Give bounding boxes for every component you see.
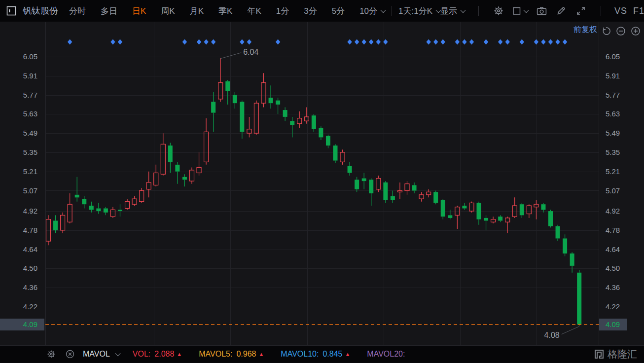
chevron-down-icon: [523, 7, 529, 13]
mavol20-legend: MAVOL20:: [367, 350, 409, 359]
event-diamond-icon[interactable]: [505, 39, 510, 45]
event-diamond-icon[interactable]: [276, 39, 280, 45]
event-diamond-icon[interactable]: [563, 39, 567, 45]
zoom-out-icon[interactable]: [615, 26, 626, 36]
event-diamond-icon[interactable]: [68, 39, 72, 45]
chevron-down-icon: [460, 7, 465, 13]
candle-up: [297, 118, 302, 124]
indicator-settings-gear-icon[interactable]: [45, 348, 57, 360]
y-axis-label-right: 5.07: [606, 186, 620, 196]
candle-down: [118, 210, 122, 211]
compound-period-selector[interactable]: 1天:1分K: [398, 5, 440, 17]
candle-down: [333, 145, 338, 160]
draw-pencil-icon[interactable]: [555, 4, 568, 17]
candle-down: [348, 166, 352, 173]
event-diamond-icon[interactable]: [469, 39, 474, 45]
event-diamond-icon[interactable]: [541, 39, 545, 45]
candle-up: [261, 83, 266, 104]
mavol20-label: MAVOL20:: [367, 350, 405, 359]
tab-日K[interactable]: 日K: [132, 5, 146, 17]
settings-gear-icon[interactable]: [492, 4, 505, 17]
event-diamond-icon[interactable]: [534, 39, 538, 45]
mavol-indicator-selector[interactable]: MAVOL: [83, 350, 120, 359]
event-diamond-icon[interactable]: [362, 39, 366, 45]
f10-button[interactable]: F10: [633, 6, 644, 16]
tab-3分[interactable]: 3分: [304, 5, 317, 17]
tab-10分[interactable]: 10分: [359, 5, 385, 17]
candle-up: [534, 204, 538, 207]
candlestick-plot[interactable]: 6.044.08: [45, 22, 599, 345]
y-axis-label-left: 5.35: [0, 147, 37, 157]
y-axis-label-right: 6.05: [606, 52, 620, 62]
event-diamond-icon[interactable]: [498, 39, 502, 45]
tab-5分[interactable]: 5分: [332, 5, 345, 17]
tab-周K[interactable]: 周K: [161, 5, 175, 17]
candle-down: [441, 200, 445, 217]
candle-down: [484, 218, 488, 221]
event-diamond-icon[interactable]: [455, 39, 460, 45]
event-diamond-icon[interactable]: [240, 39, 244, 45]
candle-down: [362, 179, 366, 182]
event-diamond-icon[interactable]: [182, 39, 187, 45]
camera-screenshot-icon[interactable]: [535, 4, 548, 17]
tab-多日[interactable]: 多日: [101, 5, 117, 17]
undo-icon[interactable]: [601, 26, 611, 36]
stock-name[interactable]: 钒钛股份: [23, 5, 58, 17]
tab-分时[interactable]: 分时: [69, 5, 86, 17]
y-axis-label-left: 4.64: [0, 245, 37, 254]
event-diamond-icon[interactable]: [520, 39, 524, 45]
indicator-bar: MAVOL VOL: 2.088 ▲ MAVOL5: 0.968 ▲ MAVOL…: [0, 345, 644, 363]
event-diamond-icon[interactable]: [347, 39, 352, 45]
candle-up: [140, 191, 144, 202]
candle-down: [269, 98, 273, 103]
y-axis-label-right: 5.91: [606, 71, 620, 81]
candle-up: [61, 215, 65, 230]
vs-compare-button[interactable]: VS: [614, 6, 627, 16]
tab-年K[interactable]: 年K: [247, 5, 261, 17]
candle-down: [240, 102, 244, 132]
candle-up: [247, 129, 251, 133]
event-diamond-icon[interactable]: [433, 39, 438, 45]
candle-down: [369, 180, 373, 193]
candle-up: [146, 182, 151, 189]
tab-月K[interactable]: 月K: [190, 5, 204, 17]
event-diamond-icon[interactable]: [426, 39, 430, 45]
gelonghui-logo-icon: [594, 349, 605, 360]
candle-up: [419, 195, 424, 199]
event-diamond-icon[interactable]: [118, 39, 122, 45]
event-diamond-icon[interactable]: [462, 39, 466, 45]
gelonghui-watermark: 格隆汇: [594, 348, 637, 361]
event-diamond-icon[interactable]: [204, 39, 208, 45]
current-price-value: 4.09: [606, 320, 620, 328]
chevron-down-icon: [115, 351, 120, 356]
event-diamond-icon[interactable]: [441, 39, 445, 45]
event-diamond-icon[interactable]: [484, 39, 488, 45]
candle-style-selector[interactable]: [512, 6, 528, 16]
event-diamond-icon[interactable]: [110, 39, 115, 45]
candle-up: [46, 219, 51, 241]
tab-1分[interactable]: 1分: [276, 5, 289, 17]
y-axis-label-right: 5.77: [606, 90, 620, 100]
y-axis-label-left: 6.05: [0, 52, 37, 62]
toolbar-divider: [478, 6, 479, 16]
close-indicator-icon[interactable]: [64, 348, 76, 360]
event-diamond-icon[interactable]: [548, 39, 553, 45]
candle-down: [75, 195, 79, 198]
chevron-down-icon: [380, 7, 386, 13]
event-diamond-icon[interactable]: [247, 39, 251, 45]
zoom-in-icon[interactable]: [630, 26, 641, 36]
mavol10-legend: MAVOL10: 0.845 ▲: [281, 350, 350, 359]
event-diamond-icon[interactable]: [369, 39, 373, 45]
event-diamond-icon[interactable]: [355, 39, 359, 45]
candle-down: [556, 226, 560, 239]
candlestick-chart-pane[interactable]: 前复权 6.044.08 4.09 4.09 6.056.055.915.915…: [0, 22, 644, 345]
candle-up: [125, 202, 130, 209]
tab-季K[interactable]: 季K: [218, 5, 232, 17]
event-diamond-icon[interactable]: [211, 39, 215, 45]
display-selector[interactable]: 显示: [440, 5, 465, 17]
fullscreen-expand-icon[interactable]: [574, 4, 587, 17]
event-diamond-icon[interactable]: [555, 39, 560, 45]
left-panel-toggle-icon[interactable]: [5, 4, 18, 17]
event-diamond-icon[interactable]: [197, 39, 201, 45]
event-diamond-icon[interactable]: [376, 39, 381, 45]
